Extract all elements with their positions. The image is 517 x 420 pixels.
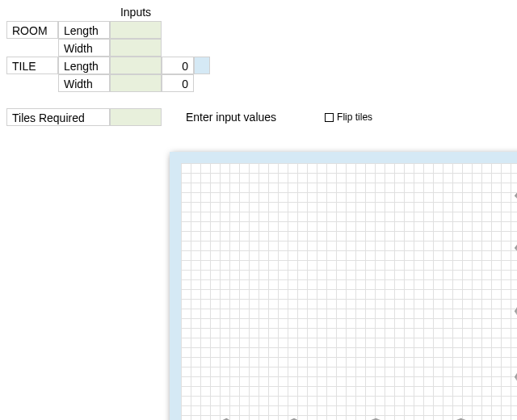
tiles-required-message: Enter input values xyxy=(186,111,276,124)
tile-width-input[interactable] xyxy=(110,74,162,92)
tile-width-result: 0 xyxy=(162,74,194,92)
room-width-label: Width xyxy=(58,39,110,57)
tile-length-label: Length xyxy=(58,57,110,74)
checkbox-icon[interactable] xyxy=(325,113,334,122)
inputs-table: Inputs ROOM Length Width TILE Length 0 W… xyxy=(6,3,210,92)
tiles-required-row: Tiles Required Enter input values Flip t… xyxy=(6,108,514,126)
tile-preview-paper xyxy=(170,152,517,420)
flip-tiles-label: Flip tiles xyxy=(337,111,372,123)
room-length-label: Length xyxy=(58,21,110,39)
tiles-required-result xyxy=(110,108,162,126)
room-length-input[interactable] xyxy=(110,21,162,39)
inputs-header: Inputs xyxy=(110,3,162,21)
tile-label: TILE xyxy=(6,57,58,74)
tile-width-label: Width xyxy=(58,74,110,92)
tile-length-extra xyxy=(194,57,210,74)
tile-length-input[interactable] xyxy=(110,57,162,74)
flip-tiles-control[interactable]: Flip tiles xyxy=(325,111,372,123)
grid-icon xyxy=(181,163,517,420)
room-label: ROOM xyxy=(6,21,58,39)
room-width-input[interactable] xyxy=(110,39,162,57)
tiles-required-label: Tiles Required xyxy=(6,108,110,126)
tile-length-result: 0 xyxy=(162,57,194,74)
